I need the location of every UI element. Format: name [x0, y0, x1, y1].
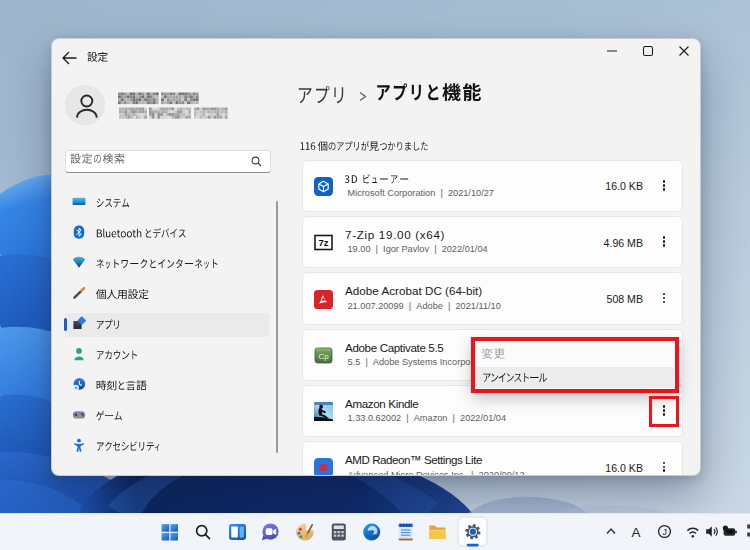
- svg-text:A: A: [631, 525, 640, 540]
- svg-text:J: J: [662, 527, 666, 537]
